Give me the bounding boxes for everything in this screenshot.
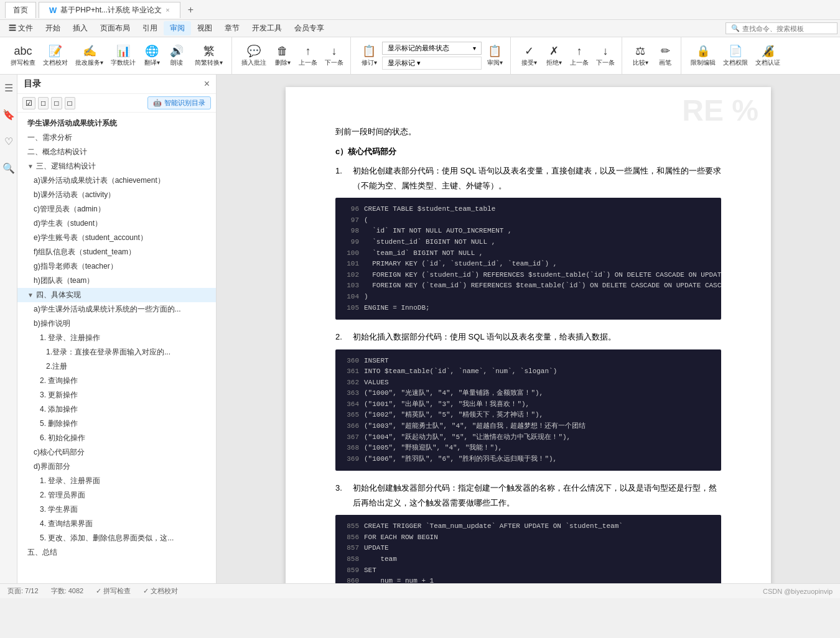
tab-home[interactable]: 首页 (5, 2, 36, 18)
menu-layout[interactable]: 页面布局 (94, 21, 136, 35)
next-change-btn[interactable]: ↓ 下一条 (593, 43, 618, 69)
toc-view-btn[interactable]: □ (51, 97, 62, 109)
code-block-3: 855CREATE TRIGGER `Team_num_update` AFTE… (335, 515, 721, 583)
correct-btn[interactable]: ✍ 批改服务▾ (72, 43, 106, 69)
sidebar-close-btn[interactable]: × (204, 78, 210, 90)
read-label: 朗读 (170, 59, 183, 67)
tab-doc[interactable]: W 基于PHP+ht...计系统 毕业论文 × (39, 2, 180, 18)
show-markup-btn[interactable]: 显示标记 ▾ (382, 57, 482, 70)
toc-item-3e[interactable]: e)学生账号表（student_account） (17, 231, 216, 245)
restrict-edit-btn[interactable]: 🔒 限制编辑 (688, 43, 719, 69)
toc-item-4d2[interactable]: 2. 管理员界面 (17, 488, 216, 502)
wordcount-label: 字数统计 (111, 59, 136, 67)
toc-item-3a[interactable]: a)课外活动成果统计表（achievement） (17, 173, 216, 188)
brush-btn[interactable]: ✏ 画笔 (653, 43, 677, 69)
toc-item-4d4[interactable]: 4. 查询结果界面 (17, 517, 216, 531)
translate-label: 翻译▾ (144, 59, 160, 67)
search-box[interactable]: 🔍 (726, 22, 838, 34)
bookmark-icon[interactable]: 🔖 (0, 106, 17, 123)
reject-btn[interactable]: ✗ 拒绝▾ (542, 43, 566, 69)
toc-item-3c[interactable]: c)管理员表（admin） (17, 202, 216, 216)
menu-review[interactable]: 审阅 (164, 21, 191, 35)
menu-file[interactable]: ☰ 文件 (2, 21, 39, 35)
toc-item-3f[interactable]: f)组队信息表（student_team） (17, 245, 216, 259)
menu-dev[interactable]: 开发工具 (246, 21, 288, 35)
toc-item-4[interactable]: ▼四、具体实现 (17, 288, 216, 302)
track-icon: 📋 (362, 45, 376, 58)
toc-item-4d5[interactable]: 5. 更改、添加、删除信息界面类似，这... (17, 531, 216, 545)
toc-item-4b2[interactable]: 2. 查询操作 (17, 374, 216, 388)
markup-state-dropdown[interactable]: 显示标记的最终状态 ▾ (382, 42, 482, 55)
prev-comment-btn[interactable]: ↑ 上一条 (296, 43, 320, 69)
review-pane-btn[interactable]: 📋 审阅▾ (483, 43, 506, 69)
insert-comment-label: 插入批注 (241, 59, 266, 67)
smart-toc-btn[interactable]: 🤖 智能识别目录 (147, 96, 211, 109)
markup-state-label: 显示标记的最终状态 (388, 44, 449, 53)
compare-btn[interactable]: ⚖ 比较▾ (628, 43, 652, 69)
toc-item-2[interactable]: 二、概念结构设计 (17, 145, 216, 159)
tab-doc-label: 基于PHP+ht...计系统 毕业论文 (60, 5, 162, 16)
translate-btn[interactable]: 🌐 翻译▾ (140, 43, 164, 69)
toc-item-4b[interactable]: b)操作说明 (17, 317, 216, 331)
toc-item-4c[interactable]: c)核心代码部分 (17, 445, 216, 460)
menu-vip[interactable]: 会员专享 (288, 21, 330, 35)
toc-item-4b1b[interactable]: 2.注册 (17, 359, 216, 374)
read-btn[interactable]: 🔊 朗读 (165, 43, 189, 69)
menu-view[interactable]: 视图 (191, 21, 218, 35)
search-input[interactable] (742, 25, 829, 32)
doc-cert-btn[interactable]: 🔏 文档认证 (752, 43, 783, 69)
simp-trad-btn[interactable]: 繁 简繁转换▾ (190, 43, 228, 69)
doccheck-btn[interactable]: 📝 文档校对 (40, 43, 71, 69)
item-3-num: 3. (335, 481, 348, 510)
toc-collapse-btn[interactable]: □ (38, 97, 49, 109)
toc-item-4d3[interactable]: 3. 学生界面 (17, 502, 216, 517)
wordcount-btn[interactable]: 📊 字数统计 (108, 43, 139, 69)
toc-item-4d[interactable]: d)界面部分 (17, 460, 216, 474)
toc-item-4b4[interactable]: 4. 添加操作 (17, 402, 216, 417)
menu-reference[interactable]: 引用 (136, 21, 164, 35)
toc-item-3[interactable]: ▼三、逻辑结构设计 (17, 159, 216, 173)
toc-item-4b1[interactable]: 1. 登录、注册操作 (17, 331, 216, 345)
toc-item-4a[interactable]: a)学生课外活动成果统计系统的一些方面的... (17, 302, 216, 317)
spell-status[interactable]: ✓ 拼写检查 (96, 586, 131, 596)
menu-start[interactable]: 开始 (39, 21, 67, 35)
next-comment-btn[interactable]: ↓ 下一条 (322, 43, 347, 69)
doccheck-icon: 📝 (49, 45, 62, 58)
menu-insert[interactable]: 插入 (67, 21, 94, 35)
toc-item-1[interactable]: 一、需求分析 (17, 131, 216, 145)
nav-icon[interactable]: ☰ (2, 80, 16, 96)
toc-item-4d1[interactable]: 1. 登录、注册界面 (17, 474, 216, 488)
spellcheck-btn[interactable]: abc 拼写检查 (7, 43, 39, 69)
doc-area[interactable]: RE % 到前一段时间的状态。 c）核心代码部分 1. 初始化创建表部分代码：使… (217, 75, 840, 583)
toc-item-5[interactable]: 五、总结 (17, 545, 216, 560)
left-icon-bar: ☰ 🔖 ♡ 🔍 (0, 75, 17, 583)
protect-group: 🔒 限制编辑 📄 文档权限 🔏 文档认证 (684, 37, 787, 74)
delete-comment-btn[interactable]: 🗑 删除▾ (271, 43, 294, 69)
doc-rights-btn[interactable]: 📄 文档权限 (720, 43, 751, 69)
smart-icon: 🤖 (153, 99, 162, 107)
accept-btn[interactable]: ✓ 接受▾ (517, 43, 541, 69)
insert-comment-btn[interactable]: 💬 插入批注 (238, 43, 269, 69)
compare-icon: ⚖ (635, 45, 645, 58)
toc-item-4b5[interactable]: 5. 删除操作 (17, 417, 216, 431)
toc-expand-btn[interactable]: ☑ (22, 97, 35, 109)
search-side-icon[interactable]: 🔍 (0, 160, 17, 177)
prev-change-btn[interactable]: ↑ 上一条 (567, 43, 592, 69)
heart-icon[interactable]: ♡ (2, 133, 16, 150)
menu-chapter[interactable]: 章节 (218, 21, 246, 35)
toc-item-3h[interactable]: h)团队表（team） (17, 274, 216, 288)
toc-item-3g[interactable]: g)指导老师表（teacher） (17, 259, 216, 274)
toc-sidebar: 目录 × ☑ □ □ □ 🤖 智能识别目录 学生课外活动成果统计系统 一、需求分… (17, 75, 217, 583)
toc-item-3b[interactable]: b)课外活动表（activity） (17, 188, 216, 202)
toc-item-main-title[interactable]: 学生课外活动成果统计系统 (17, 116, 216, 131)
toc-menu-btn[interactable]: □ (65, 97, 75, 109)
toc-item-4b3[interactable]: 3. 更新操作 (17, 388, 216, 402)
toc-item-3d[interactable]: d)学生表（student） (17, 216, 216, 231)
toc-item-4b6[interactable]: 6. 初始化操作 (17, 431, 216, 445)
new-tab-button[interactable]: + (183, 2, 198, 17)
toc-item-4b1a[interactable]: 1.登录：直接在登录界面输入对应的... (17, 345, 216, 359)
track-btn[interactable]: 📋 修订▾ (357, 43, 381, 69)
doc-check-status[interactable]: ✓ 文档校对 (143, 586, 178, 596)
tab-close-icon[interactable]: × (166, 6, 169, 14)
doc-rights-label: 文档权限 (723, 59, 748, 67)
